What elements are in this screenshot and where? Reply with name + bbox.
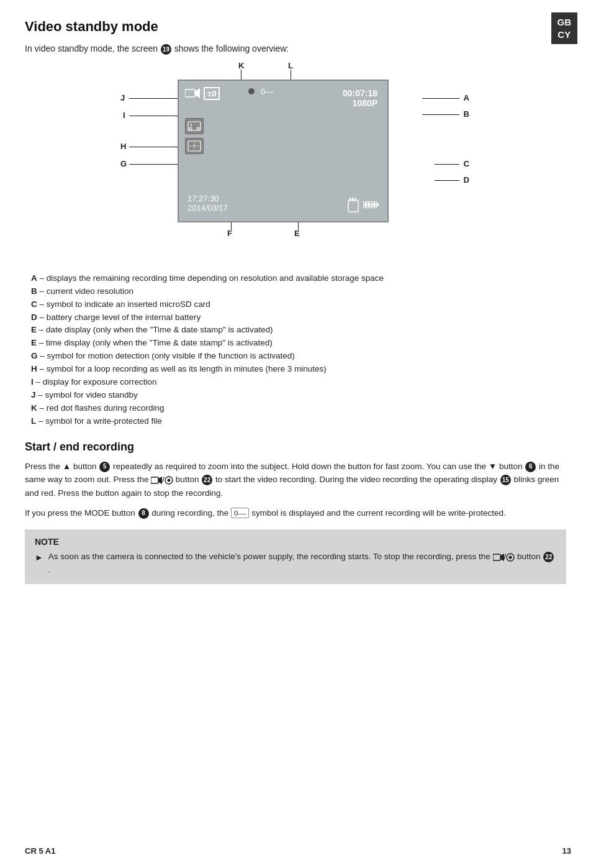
note-video-icon <box>493 553 504 562</box>
circle-15: 15 <box>500 475 511 485</box>
note-box: NOTE ► As soon as the camera is connecte… <box>25 529 566 584</box>
svg-marker-14 <box>158 477 162 484</box>
svg-rect-10 <box>350 198 351 201</box>
desc-g: G – symbol for motion detection (only vi… <box>25 350 566 363</box>
line-a <box>422 98 459 99</box>
circle-22b: 22 <box>543 552 554 562</box>
line-h <box>129 147 178 147</box>
diagram-area: K L J I H G ±0 <box>103 61 488 260</box>
desc-e1: E – date display (only when the "Time & … <box>25 324 566 337</box>
desc-h: H – symbol for a loop recording as well … <box>25 363 566 376</box>
write-protect-symbol: 0— <box>261 87 273 96</box>
screen-center-left: 3 <box>185 118 204 154</box>
circle-5: 5 <box>99 462 110 472</box>
screen-bottom: 17:27:30 2014/03/17 <box>187 194 379 212</box>
label-G: G <box>120 159 127 168</box>
circle-22a: 22 <box>202 475 212 485</box>
screen-datetime: 17:27:30 2014/03/17 <box>187 194 228 212</box>
label-A: A <box>464 93 469 103</box>
svg-rect-12 <box>354 198 356 201</box>
sd-card-icon <box>347 198 359 212</box>
line-g <box>129 164 178 165</box>
desc-c: C – symbol to indicate an inserted micro… <box>25 298 566 311</box>
footer-model: CR 5 A1 <box>25 846 55 856</box>
loop-icon: 3 <box>185 118 204 134</box>
desc-d: D – battery charge level of the internal… <box>25 311 566 324</box>
note-title: NOTE <box>35 537 556 547</box>
circle-6: 6 <box>525 462 536 472</box>
note-text: As soon as the camera is connected to th… <box>48 550 556 577</box>
note-arrow: ► <box>35 551 43 565</box>
svg-point-16 <box>168 478 171 482</box>
svg-marker-1 <box>195 88 200 98</box>
motion-icon <box>185 138 204 154</box>
gb-cy-badge: GBCY <box>551 12 578 44</box>
desc-l: L – symbol for a write-protected file <box>25 415 566 428</box>
line-j <box>129 98 178 99</box>
line-c <box>435 164 459 165</box>
label-L: L <box>288 61 293 70</box>
label-H: H <box>120 142 126 151</box>
svg-rect-0 <box>185 89 195 97</box>
svg-rect-9 <box>348 200 358 212</box>
svg-point-20 <box>509 555 512 559</box>
screen-indicators <box>347 198 379 212</box>
footer-page-num: 13 <box>562 846 571 856</box>
circle-8: 8 <box>138 508 149 519</box>
line-e <box>298 222 299 230</box>
svg-point-3 <box>189 127 192 130</box>
section-heading: Start / end recording <box>25 441 566 454</box>
svg-rect-17 <box>493 554 500 560</box>
write-protect-key-symbol: 0— <box>231 508 250 518</box>
svg-point-4 <box>197 127 199 130</box>
label-C: C <box>464 159 469 168</box>
circle-19: 19 <box>161 44 171 55</box>
footer: CR 5 A1 13 <box>25 846 571 856</box>
description-list: A – displays the remaining recording tim… <box>25 272 566 428</box>
battery-icon <box>363 201 379 208</box>
label-F: F <box>227 229 232 238</box>
label-B: B <box>464 109 469 119</box>
label-J: J <box>120 93 125 103</box>
line-i <box>129 116 178 116</box>
video-button-icon <box>151 476 162 485</box>
label-D: D <box>464 175 469 185</box>
camera-screen: ±0 0— 00:07:18 1080P <box>178 80 389 222</box>
screen-time-resolution: 00:07:18 1080P <box>343 88 377 108</box>
line-b <box>422 114 459 115</box>
page-title: Video standby mode <box>25 19 566 35</box>
svg-text:3: 3 <box>190 123 192 127</box>
desc-j: J – symbol for video standby <box>25 389 566 402</box>
section-body-para1: Press the ▲ button 5 repeatedly as requi… <box>25 460 566 500</box>
intro-text: In video standby mode, the screen 19 sho… <box>25 43 566 55</box>
page: GBCY Video standby mode In video standby… <box>0 0 596 868</box>
svg-marker-18 <box>500 554 504 561</box>
desc-e2: E – time display (only when the "Time & … <box>25 337 566 350</box>
note-body: ► As soon as the camera is connected to … <box>35 550 556 577</box>
line-f <box>231 222 232 230</box>
recording-dot <box>248 88 255 94</box>
section-body-para2: If you press the MODE button 8 during re… <box>25 506 566 520</box>
loop-svg: 3 <box>187 121 201 132</box>
desc-a: A – displays the remaining recording tim… <box>25 272 566 285</box>
note-photo-icon <box>506 553 515 562</box>
line-d <box>435 180 459 181</box>
desc-i: I – display for exposure correction <box>25 376 566 389</box>
desc-k: K – red dot flashes during recording <box>25 402 566 415</box>
label-K: K <box>238 61 244 70</box>
label-E: E <box>294 229 300 238</box>
label-I: I <box>123 111 125 120</box>
photo-button-icon <box>165 476 173 485</box>
svg-rect-13 <box>151 477 158 483</box>
video-standby-icon <box>185 88 200 99</box>
desc-b: B – current video resolution <box>25 285 566 298</box>
motion-svg <box>187 140 201 152</box>
svg-rect-11 <box>352 198 353 201</box>
